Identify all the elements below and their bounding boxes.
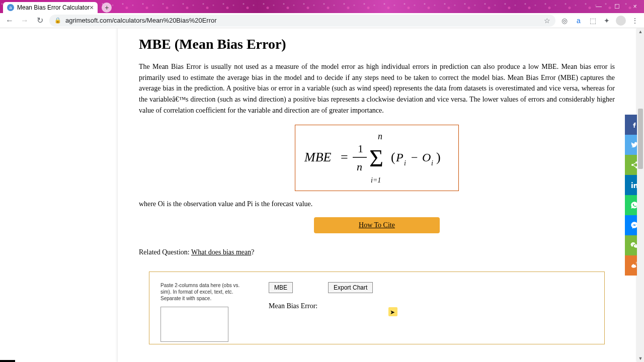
svg-text:O: O xyxy=(422,151,431,164)
content-column: MBE (Mean Bias Error) The Mean Bias Erro… xyxy=(118,28,636,362)
page-title: MBE (Mean Bias Error) xyxy=(139,36,615,52)
close-window-button[interactable]: × xyxy=(626,0,644,13)
svg-text:MBE: MBE xyxy=(304,150,332,164)
page-viewport: MBE (Mean Bias Error) The Mean Bias Erro… xyxy=(0,28,644,362)
svg-text:i=1: i=1 xyxy=(371,176,381,184)
window-titlebar: a Mean Bias Error Calculator × + — ☐ × xyxy=(0,0,644,13)
vertical-scrollbar[interactable]: ▲ ▼ xyxy=(637,28,644,362)
reload-button[interactable]: ↻ xyxy=(34,15,45,26)
mbe-calculate-button[interactable]: MBE xyxy=(269,282,293,293)
browser-toolbar: ← → ↻ 🔒 agrimetsoft.com/calculators/Mean… xyxy=(0,13,644,28)
lock-icon: 🔒 xyxy=(54,17,61,24)
svg-text:−: − xyxy=(411,151,418,164)
svg-rect-18 xyxy=(631,184,633,188)
svg-text:n: n xyxy=(357,160,362,173)
address-bar[interactable]: 🔒 agrimetsoft.com/calculators/Mean%20Bia… xyxy=(49,15,555,27)
taskbar-sliver xyxy=(0,360,15,362)
menu-button[interactable]: ⋮ xyxy=(630,16,640,26)
svg-point-19 xyxy=(631,182,633,184)
browser-tab-active[interactable]: a Mean Bias Error Calculator × xyxy=(3,2,98,13)
new-tab-button[interactable]: + xyxy=(102,3,112,13)
related-question: Related Question: What does bias mean? xyxy=(139,248,615,256)
scroll-up-button[interactable]: ▲ xyxy=(637,28,644,35)
minimize-button[interactable]: — xyxy=(590,0,608,13)
export-chart-button[interactable]: Export Chart xyxy=(328,282,373,293)
svg-text:=: = xyxy=(341,150,348,164)
extension-icon-3[interactable]: ⬚ xyxy=(588,16,598,26)
related-label: Related Question: xyxy=(139,248,191,256)
svg-text:Σ: Σ xyxy=(369,145,383,171)
forward-button[interactable]: → xyxy=(19,15,30,26)
profile-avatar[interactable] xyxy=(616,16,626,26)
scroll-thumb[interactable] xyxy=(638,109,643,169)
back-button[interactable]: ← xyxy=(4,15,15,26)
extension-icon-1[interactable]: ◎ xyxy=(559,16,570,26)
svg-text:(: ( xyxy=(391,150,395,164)
svg-text:P: P xyxy=(395,151,404,164)
result-label: Mean Bias Error: xyxy=(269,302,593,310)
data-input-textarea[interactable] xyxy=(160,307,228,342)
how-to-cite-button[interactable]: How To Cite xyxy=(314,217,440,233)
svg-point-16 xyxy=(631,164,633,166)
calculator-panel: Paste 2-columns data here (obs vs. sim).… xyxy=(149,272,605,344)
svg-text:n: n xyxy=(378,131,382,141)
related-link[interactable]: What does bias mean xyxy=(191,248,251,256)
tab-favicon: a xyxy=(7,4,14,11)
intro-paragraph: The Mean Bias Error is usually not used … xyxy=(139,61,615,116)
maximize-button[interactable]: ☐ xyxy=(608,0,626,13)
window-controls: — ☐ × xyxy=(590,0,644,13)
formula-image: MBE = 1 n n Σ i=1 ( P i − O i ) xyxy=(295,125,459,191)
extensions-puzzle-icon[interactable]: ✦ xyxy=(602,16,612,26)
scroll-down-button[interactable]: ▼ xyxy=(637,355,644,362)
formula-legend: where Oi is the observation value and Pi… xyxy=(139,200,615,208)
svg-text:i: i xyxy=(431,159,433,167)
tab-title: Mean Bias Error Calculator xyxy=(17,4,90,11)
svg-text:i: i xyxy=(404,159,406,167)
extension-icon-2[interactable]: a xyxy=(574,16,584,26)
url-text: agrimetsoft.com/calculators/Mean%20Bias%… xyxy=(65,17,217,24)
data-input-instructions: Paste 2-columns data here (obs vs. sim).… xyxy=(160,282,249,302)
svg-text:1: 1 xyxy=(358,142,363,155)
cursor-highlight xyxy=(388,307,397,316)
svg-text:): ) xyxy=(436,150,441,164)
related-suffix: ? xyxy=(251,248,254,256)
tab-close-icon[interactable]: × xyxy=(90,4,94,12)
bookmark-star-icon[interactable]: ☆ xyxy=(544,17,550,25)
